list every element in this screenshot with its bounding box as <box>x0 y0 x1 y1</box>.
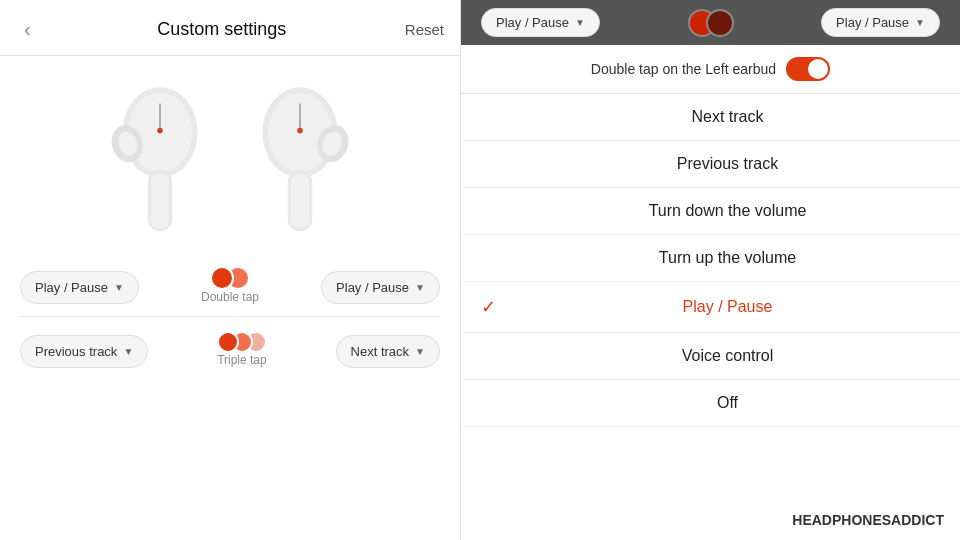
right-header-left-button[interactable]: Play / Pause ▼ <box>481 8 600 37</box>
logo-icon <box>688 9 734 37</box>
controls-area: Play / Pause ▼ Double tap Play / Pause ▼… <box>0 246 460 385</box>
menu-item-next_track[interactable]: Next track <box>461 94 960 141</box>
right-subheader: Double tap on the Left earbud <box>461 45 960 94</box>
dropdown-arrow-icon-2: ▼ <box>415 282 425 293</box>
right-header: Play / Pause ▼ Play / Pause ▼ <box>461 0 960 45</box>
check-icon: ✓ <box>481 296 505 318</box>
watermark-plain: HEADPHONES <box>792 512 891 528</box>
watermark: HEADPHONESADDICT <box>792 512 944 528</box>
svg-rect-3 <box>151 173 170 229</box>
reset-button[interactable]: Reset <box>405 21 444 38</box>
menu-item-label-voice_control: Voice control <box>515 347 940 365</box>
svg-point-5 <box>157 128 163 134</box>
dropdown-arrow-icon-3: ▼ <box>123 346 133 357</box>
header-arrow-icon-1: ▼ <box>575 17 585 28</box>
toggle-circle-t1 <box>217 331 239 353</box>
double-tap-row: Play / Pause ▼ Double tap Play / Pause ▼ <box>20 256 440 312</box>
double-tap-group: Double tap <box>201 266 259 308</box>
watermark-bold: ADDICT <box>891 512 944 528</box>
svg-point-13 <box>297 128 303 134</box>
left-panel: ‹ Custom settings Reset <box>0 0 460 540</box>
menu-item-label-previous_track: Previous track <box>515 155 940 173</box>
menu-item-play_pause[interactable]: ✓Play / Pause <box>461 282 960 333</box>
triple-tap-toggle <box>217 331 267 353</box>
right-earbud <box>245 76 355 236</box>
logo-circle-dark <box>706 9 734 37</box>
triple-tap-group: Triple tap <box>217 331 267 371</box>
divider-1 <box>20 316 440 317</box>
menu-list: Next trackPrevious trackTurn down the vo… <box>461 94 960 540</box>
dropdown-arrow-icon-4: ▼ <box>415 346 425 357</box>
page-title: Custom settings <box>157 19 286 40</box>
earbuds-image <box>0 56 460 246</box>
double-tap-label: Double tap <box>201 290 259 304</box>
left-earbud-toggle[interactable] <box>786 57 830 81</box>
toggle-track[interactable] <box>786 57 830 81</box>
menu-item-previous_track[interactable]: Previous track <box>461 141 960 188</box>
menu-item-off[interactable]: Off <box>461 380 960 427</box>
right-header-right-button[interactable]: Play / Pause ▼ <box>821 8 940 37</box>
left-triple-tap-button[interactable]: Previous track ▼ <box>20 335 148 368</box>
menu-item-label-off: Off <box>515 394 940 412</box>
header: ‹ Custom settings Reset <box>0 0 460 56</box>
right-panel: Play / Pause ▼ Play / Pause ▼ Double tap… <box>460 0 960 540</box>
menu-item-label-next_track: Next track <box>515 108 940 126</box>
right-double-tap-button[interactable]: Play / Pause ▼ <box>321 271 440 304</box>
menu-item-label-turn_down: Turn down the volume <box>515 202 940 220</box>
triple-tap-row: Previous track ▼ Triple tap Next track ▼ <box>20 321 440 375</box>
triple-tap-label: Triple tap <box>217 353 267 367</box>
header-arrow-icon-2: ▼ <box>915 17 925 28</box>
svg-rect-11 <box>291 173 310 229</box>
toggle-circle-1 <box>210 266 234 290</box>
menu-item-turn_up[interactable]: Turn up the volume <box>461 235 960 282</box>
menu-item-voice_control[interactable]: Voice control <box>461 333 960 380</box>
menu-item-label-turn_up: Turn up the volume <box>515 249 940 267</box>
menu-item-turn_down[interactable]: Turn down the volume <box>461 188 960 235</box>
dropdown-arrow-icon: ▼ <box>114 282 124 293</box>
back-button[interactable]: ‹ <box>16 14 39 45</box>
left-earbud <box>105 76 215 236</box>
left-double-tap-button[interactable]: Play / Pause ▼ <box>20 271 139 304</box>
toggle-thumb <box>808 59 828 79</box>
right-triple-tap-button[interactable]: Next track ▼ <box>336 335 440 368</box>
menu-item-label-play_pause: Play / Pause <box>515 298 940 316</box>
double-tap-toggle <box>210 266 250 290</box>
subheader-text: Double tap on the Left earbud <box>591 61 776 77</box>
